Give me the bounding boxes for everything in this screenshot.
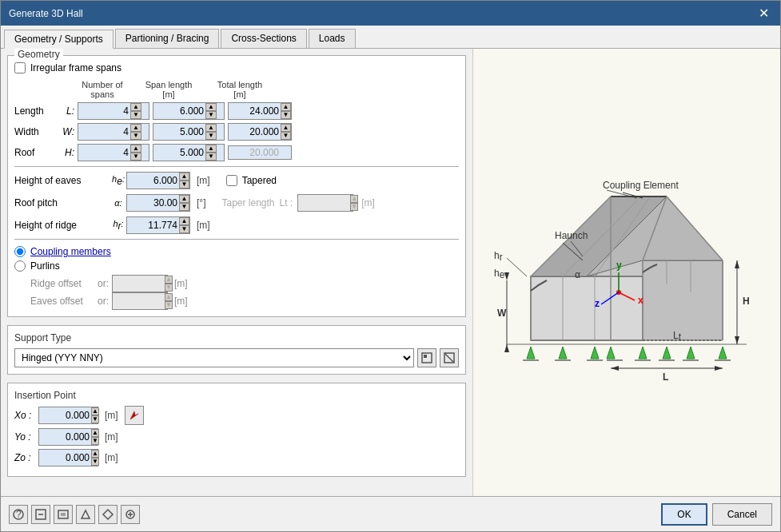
length-spans-field[interactable] [78, 105, 130, 117]
roof-spans-input[interactable]: ▲ ▼ [78, 144, 149, 161]
xo-up[interactable]: ▲ [91, 407, 99, 415]
length-span-length-field[interactable] [153, 105, 205, 117]
roof-span-length-down[interactable]: ▼ [205, 153, 217, 161]
eaves-height-sub: he: [110, 174, 126, 187]
zo-spinners: ▲ ▼ [91, 450, 99, 466]
zo-input[interactable]: ▲ ▼ [38, 449, 98, 466]
xo-input[interactable]: ▲ ▼ [38, 407, 98, 424]
bottom-icon-4[interactable] [76, 505, 95, 524]
width-span-length-field[interactable] [153, 125, 205, 138]
support-icon-btn1[interactable] [417, 348, 436, 367]
length-total-up[interactable]: ▲ [281, 103, 291, 111]
roof-spans-down[interactable]: ▼ [130, 153, 141, 161]
width-span-length-spinners: ▲ ▼ [205, 124, 217, 140]
roof-pitch-down[interactable]: ▼ [179, 203, 189, 211]
width-total-input[interactable]: ▲ ▼ [228, 123, 292, 141]
taper-length-down: ▼ [350, 203, 358, 211]
yo-input[interactable]: ▲ ▼ [38, 428, 98, 446]
ridge-height-row: Height of ridge hr: ▲ ▼ [m] [14, 216, 459, 234]
roof-pitch-input[interactable]: ▲ ▼ [126, 194, 190, 212]
bottom-icon-6[interactable] [121, 505, 140, 524]
length-spans-spinners: ▲ ▼ [130, 103, 141, 119]
roof-total-field[interactable] [229, 146, 281, 159]
width-span-length-up[interactable]: ▲ [205, 124, 217, 132]
xo-field[interactable] [39, 409, 91, 422]
width-label: Width [14, 126, 54, 137]
yo-up[interactable]: ▲ [91, 429, 99, 437]
tapered-checkbox[interactable] [226, 175, 237, 186]
eaves-height-up[interactable]: ▲ [179, 173, 189, 181]
width-total-up[interactable]: ▲ [281, 124, 291, 132]
coupling-radio[interactable] [14, 246, 26, 257]
ridge-height-down[interactable]: ▼ [179, 225, 189, 233]
col-header-span-length: Span length[m] [137, 80, 201, 99]
insertion-pick-btn[interactable] [125, 406, 144, 425]
length-total-field[interactable] [229, 105, 281, 117]
ridge-height-spinners: ▲ ▼ [179, 217, 189, 233]
coupling-label: Coupling members [30, 246, 111, 257]
bottom-icon-3[interactable] [54, 505, 73, 524]
eaves-offset-down: ▼ [165, 301, 173, 309]
roof-pitch-up[interactable]: ▲ [179, 195, 189, 203]
width-spans-field[interactable] [78, 125, 130, 138]
eaves-height-input[interactable]: ▲ ▼ [126, 172, 190, 189]
zo-up[interactable]: ▲ [91, 450, 99, 458]
svg-text:Coupling Element: Coupling Element [603, 180, 679, 191]
roof-span-length-input[interactable]: ▲ ▼ [153, 144, 225, 161]
width-total-down[interactable]: ▼ [281, 132, 291, 140]
irregular-checkbox[interactable] [14, 62, 26, 73]
bottom-icon-5[interactable] [98, 505, 118, 524]
roof-span-length-spinners: ▲ ▼ [205, 145, 217, 161]
zo-down[interactable]: ▼ [91, 458, 99, 466]
eaves-height-down[interactable]: ▼ [179, 181, 189, 189]
purlins-radio[interactable] [14, 260, 26, 272]
eaves-offset-spinners: ▲ ▼ [165, 293, 173, 309]
dialog: Generate 3D Hall ✕ Geometry / Supports P… [0, 0, 781, 532]
length-spans-down[interactable]: ▼ [130, 111, 141, 119]
tab-partioning-bracing[interactable]: Partioning / Bracing [115, 29, 220, 48]
width-spans-up[interactable]: ▲ [130, 124, 141, 132]
tab-cross-sections[interactable]: Cross-Sections [221, 29, 306, 48]
ok-button[interactable]: OK [661, 503, 707, 526]
length-span-length-down[interactable]: ▼ [205, 111, 217, 119]
ridge-height-input[interactable]: ▲ ▼ [126, 216, 190, 234]
zo-field[interactable] [39, 451, 91, 464]
close-button[interactable]: ✕ [755, 6, 772, 21]
main-content: Geometry Irregular frame spans Number of… [1, 49, 780, 496]
roof-spans-up[interactable]: ▲ [130, 145, 141, 153]
eaves-height-label: Height of eaves [14, 175, 110, 186]
width-total-field[interactable] [229, 125, 281, 138]
bottom-bar: ? OK Cancel [1, 496, 780, 531]
bottom-icon-1[interactable]: ? [9, 505, 28, 524]
length-spans-input[interactable]: ▲ ▼ [78, 102, 149, 120]
length-spans-up[interactable]: ▲ [130, 103, 141, 111]
zo-row: Zo : ▲ ▼ [m] [14, 449, 459, 466]
xo-down[interactable]: ▼ [91, 415, 99, 423]
roof-spans-field[interactable] [78, 146, 130, 159]
eaves-height-field[interactable] [127, 174, 179, 187]
support-select[interactable]: Hinged (YYY NNY) Fixed (YYY YYY) Free [14, 348, 414, 367]
tab-loads[interactable]: Loads [309, 29, 356, 48]
cancel-button[interactable]: Cancel [712, 503, 772, 526]
xo-label: Xo : [14, 410, 38, 421]
yo-spinners: ▲ ▼ [91, 429, 99, 445]
length-span-length-up[interactable]: ▲ [205, 103, 217, 111]
roof-span-length-field[interactable] [153, 146, 205, 159]
width-spans-down[interactable]: ▼ [130, 132, 141, 140]
bottom-icon-2[interactable] [31, 505, 50, 524]
support-icon-btn2[interactable] [440, 348, 459, 367]
width-span-length-input[interactable]: ▲ ▼ [153, 123, 225, 141]
length-total-input[interactable]: ▲ ▼ [228, 102, 292, 120]
yo-down[interactable]: ▼ [91, 437, 99, 445]
yo-field[interactable] [39, 431, 91, 443]
ridge-height-field[interactable] [127, 219, 179, 232]
tab-geometry-supports[interactable]: Geometry / Supports [4, 30, 114, 49]
roof-span-length-up[interactable]: ▲ [205, 145, 217, 153]
svg-line-3 [444, 353, 454, 363]
ridge-height-up[interactable]: ▲ [179, 217, 189, 225]
width-spans-input[interactable]: ▲ ▼ [78, 123, 149, 141]
roof-pitch-field[interactable] [127, 197, 179, 209]
length-total-down[interactable]: ▼ [281, 111, 291, 119]
length-span-length-input[interactable]: ▲ ▼ [153, 102, 225, 120]
width-span-length-down[interactable]: ▼ [205, 132, 217, 140]
